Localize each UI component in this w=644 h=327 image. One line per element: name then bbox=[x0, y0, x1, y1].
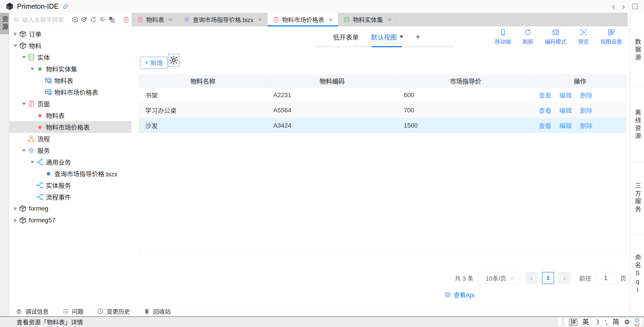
tree-item-页面[interactable]: 页面 bbox=[9, 98, 132, 110]
bottom-tab-变更历史[interactable]: 变更历史 bbox=[97, 307, 130, 315]
close-tab-icon[interactable]: × bbox=[258, 16, 262, 23]
expander-open-icon[interactable] bbox=[21, 56, 27, 59]
edit-link-icon[interactable] bbox=[62, 3, 69, 10]
rail-tab-三方服务[interactable]: 三方服务 bbox=[631, 162, 644, 234]
close-tab-icon[interactable]: × bbox=[169, 16, 173, 23]
bottom-tab-回收站[interactable]: 回收站 bbox=[144, 307, 171, 315]
refresh-tree-icon[interactable] bbox=[90, 16, 97, 23]
close-tab-icon[interactable]: × bbox=[388, 16, 392, 23]
bottom-tab-label: 调试信息 bbox=[25, 307, 48, 315]
expander-open-icon[interactable] bbox=[29, 161, 36, 163]
tree-item-通用业务[interactable]: 通用业务 bbox=[9, 156, 132, 168]
bottom-tab-问题[interactable]: 问题 bbox=[62, 307, 84, 315]
close-tab-icon[interactable]: × bbox=[329, 16, 333, 23]
tree-item-formeg[interactable]: formeg bbox=[9, 203, 132, 214]
add-model-icon[interactable] bbox=[81, 16, 88, 23]
ime-item-3[interactable]: ☽ bbox=[594, 319, 600, 325]
row-action-编辑[interactable]: 编辑 bbox=[559, 106, 572, 115]
table-row[interactable]: 书架A2231600查看编辑删除 bbox=[139, 88, 626, 103]
editor-tab-物料市场价格表[interactable]: 物料市场价格表× bbox=[268, 13, 338, 27]
column-header-物料名称: 物料名称 bbox=[139, 75, 267, 87]
column-header-物料编码: 物料编码 bbox=[267, 75, 397, 87]
goto-page-input[interactable]: 1 bbox=[595, 272, 616, 284]
tree-item-物料市场价格表[interactable]: 物料市场价格表 bbox=[9, 121, 132, 133]
nav-back-icon[interactable]: ‹ bbox=[612, 2, 615, 11]
row-action-编辑[interactable]: 编辑 bbox=[559, 91, 572, 100]
expander-open-icon[interactable] bbox=[21, 103, 27, 105]
ime-item-4[interactable]: ’, bbox=[604, 319, 608, 325]
rail-tab-label: 离线资源 bbox=[634, 109, 641, 141]
editor-tab-label: 物料表 bbox=[146, 15, 164, 24]
view-tab-form[interactable]: 低开表单 bbox=[333, 32, 359, 42]
tree-item-订单[interactable]: 订单 bbox=[9, 28, 132, 40]
rail-tab-数据源[interactable]: 数据源 bbox=[631, 13, 644, 88]
toolbar-编码模式[interactable]: 编码模式 bbox=[545, 29, 566, 45]
page-size-select[interactable]: 10条/页 bbox=[478, 272, 521, 284]
pinned-page-icon[interactable] bbox=[123, 16, 129, 23]
row-action-查看[interactable]: 查看 bbox=[539, 91, 551, 100]
editor-tab-物料表[interactable]: 物料表× bbox=[132, 13, 178, 27]
search-input[interactable]: 输入关键字搜索 bbox=[22, 15, 69, 24]
row-action-编辑[interactable]: 编辑 bbox=[559, 121, 572, 130]
page-number-button[interactable]: 1 bbox=[542, 272, 554, 284]
nav-forward-icon[interactable]: › bbox=[622, 2, 626, 11]
tree-item-流程事件[interactable]: 流程事件 bbox=[9, 191, 132, 203]
rail-tab-resources[interactable]: 资源 bbox=[0, 13, 9, 34]
toolbar-预览[interactable]: 预览 bbox=[578, 29, 589, 45]
table-row[interactable]: 沙发A34241500查看编辑删除 bbox=[139, 118, 626, 133]
bottom-panel-bar: 调试信息问题变更历史回收站 bbox=[9, 306, 628, 316]
row-action-删除[interactable]: 删除 bbox=[580, 106, 592, 115]
component-settings-handle[interactable] bbox=[168, 54, 180, 67]
tree-item-实体服务[interactable]: 实体服务 bbox=[9, 179, 132, 191]
row-action-删除[interactable]: 删除 bbox=[580, 121, 592, 130]
ai-assistant-icon[interactable]: AI bbox=[72, 16, 78, 23]
ime-drag-handle[interactable] bbox=[561, 319, 564, 325]
bottom-tab-调试信息[interactable]: 调试信息 bbox=[16, 307, 48, 315]
table-row[interactable]: 学习办公桌A5564700查看编辑删除 bbox=[139, 103, 626, 118]
panel-splitter[interactable] bbox=[628, 13, 631, 316]
toolbar-移动端[interactable]: 移动端 bbox=[495, 29, 511, 45]
tree-item-物料实体集[interactable]: 物料实体集 bbox=[9, 63, 132, 75]
view-api-link[interactable]: 查看Api bbox=[444, 290, 474, 299]
tree-item-物料表[interactable]: 物料表 bbox=[9, 110, 132, 121]
translate-icon[interactable]: En文 bbox=[108, 16, 115, 23]
ime-logo-icon[interactable] bbox=[635, 318, 639, 326]
row-action-查看[interactable]: 查看 bbox=[539, 106, 551, 115]
tree-item-实体[interactable]: 实体 bbox=[9, 52, 132, 63]
editor-tab-物料实体集[interactable]: 物料实体集× bbox=[338, 13, 397, 27]
toolbar-视图设置[interactable]: 视图设置 bbox=[600, 29, 622, 45]
expander-open-icon[interactable] bbox=[12, 45, 18, 47]
tree-item-查询市场指导价格.bizx[interactable]: 查询市场指导价格.bizx bbox=[9, 168, 132, 179]
editor-tab-查询市场指导价格.bizx[interactable]: 查询市场指导价格.bizx× bbox=[178, 13, 268, 27]
add-view-button[interactable]: + bbox=[416, 32, 420, 42]
expander-open-icon[interactable] bbox=[29, 68, 36, 70]
tree-item-流程[interactable]: 流程 bbox=[9, 133, 132, 145]
tree-item-物料表[interactable]: 物料表 bbox=[9, 75, 132, 86]
tree-item-物料[interactable]: 物料 bbox=[9, 40, 132, 52]
primeton-ide-window: Primeton-IDE ‹ › 资源 输入关键字搜索 AI bbox=[0, 0, 644, 327]
rail-tab-离线资源[interactable]: 离线资源 bbox=[631, 88, 644, 162]
tree-item-物料市场价格表[interactable]: 物料市场价格表 bbox=[9, 86, 132, 98]
expander-closed-icon[interactable] bbox=[12, 218, 18, 222]
ime-item-1[interactable]: 拼 bbox=[569, 319, 577, 326]
window-restore-icon[interactable] bbox=[632, 4, 638, 9]
expander-open-icon[interactable] bbox=[21, 149, 27, 152]
tree-item-label: formeg bbox=[29, 205, 48, 212]
tree-item-服务[interactable]: 服务 bbox=[9, 145, 132, 156]
rail-tab-命名Sql[interactable]: 命名Sql bbox=[631, 234, 644, 315]
next-page-button[interactable]: › bbox=[558, 272, 571, 284]
expander-closed-icon[interactable] bbox=[12, 207, 18, 211]
row-action-删除[interactable]: 删除 bbox=[580, 91, 592, 100]
ime-item-5[interactable]: 简 bbox=[613, 319, 619, 325]
ime-u-icon bbox=[635, 323, 639, 326]
collapse-sort-icon[interactable] bbox=[99, 16, 106, 23]
view-tab-default[interactable]: 默认视图 bbox=[371, 32, 404, 42]
toolbar-刷新[interactable]: 刷新 bbox=[522, 29, 533, 45]
tree-item-formeg57[interactable]: formeg57 bbox=[9, 214, 132, 226]
ime-item-6[interactable]: ⚙ bbox=[624, 319, 630, 325]
row-action-查看[interactable]: 查看 bbox=[539, 121, 551, 130]
expander-closed-icon[interactable] bbox=[12, 32, 18, 36]
add-record-button[interactable]: + 新增 bbox=[140, 57, 168, 69]
prev-page-button[interactable]: ‹ bbox=[526, 272, 538, 284]
ime-item-2[interactable]: 英 bbox=[582, 319, 589, 325]
